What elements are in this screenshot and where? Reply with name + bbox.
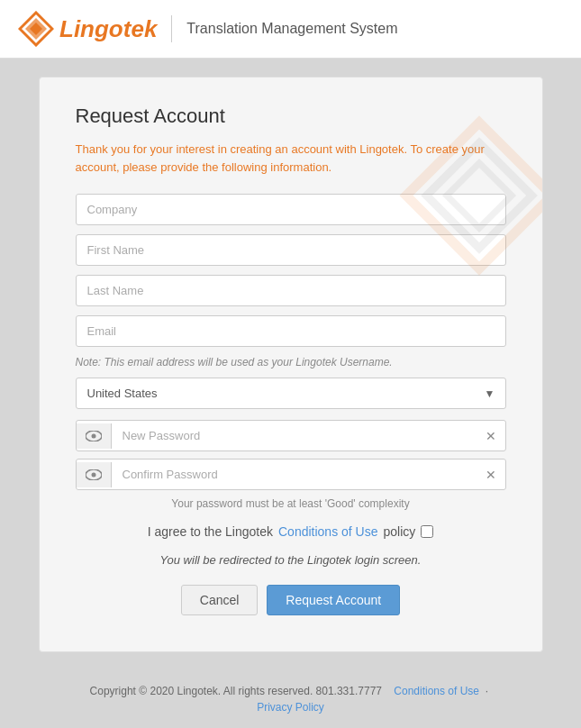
- footer: Copyright © 2020 Lingotek. All rights re…: [0, 670, 581, 728]
- conditions-of-use-link[interactable]: Conditions of Use: [278, 524, 378, 539]
- last-name-input[interactable]: [76, 275, 506, 306]
- confirm-password-wrapper: ✕: [76, 459, 506, 490]
- page-wrapper: Lingotek Translation Management System R…: [0, 0, 581, 728]
- eye-icon: [86, 469, 102, 480]
- eye-icon: [86, 431, 102, 441]
- agree-row: I agree to the Lingotek Conditions of Us…: [76, 524, 506, 539]
- request-account-button[interactable]: Request Account: [267, 585, 400, 615]
- button-row: Cancel Request Account: [76, 585, 506, 615]
- footer-line2: Privacy Policy: [18, 701, 563, 714]
- email-field: [76, 315, 506, 347]
- main-content: Request Account Thank you for your inter…: [0, 59, 581, 670]
- last-name-field: [76, 275, 506, 306]
- form-title: Request Account: [76, 105, 506, 128]
- header-title: Translation Management System: [186, 21, 397, 37]
- redirect-text: You will be redirected to the Lingotek l…: [76, 553, 506, 567]
- new-password-input[interactable]: [112, 421, 477, 450]
- first-name-field: [76, 234, 506, 266]
- copyright-text: Copyright © 2020 Lingotek. All rights re…: [90, 685, 382, 697]
- new-password-clear-button[interactable]: ✕: [477, 422, 505, 450]
- form-card: Request Account Thank you for your inter…: [39, 77, 543, 652]
- email-note: Note: This email address will be used as…: [76, 356, 506, 369]
- cancel-button[interactable]: Cancel: [181, 585, 259, 615]
- footer-conditions-link[interactable]: Conditions of Use: [394, 685, 479, 697]
- header-divider: [171, 15, 172, 42]
- header: Lingotek Translation Management System: [0, 0, 581, 59]
- logo-container: Lingotek: [18, 11, 157, 47]
- confirm-password-eye-button[interactable]: [77, 462, 112, 487]
- footer-privacy-link[interactable]: Privacy Policy: [257, 701, 324, 714]
- new-password-wrapper: ✕: [76, 420, 506, 451]
- svg-point-9: [91, 472, 95, 477]
- form-intro: Thank you for your interest in creating …: [76, 141, 506, 176]
- footer-line1: Copyright © 2020 Lingotek. All rights re…: [18, 685, 563, 697]
- confirm-password-input[interactable]: [112, 460, 477, 489]
- first-name-input[interactable]: [76, 234, 506, 266]
- svg-point-7: [91, 433, 95, 438]
- logo-text: Lingotek: [59, 15, 157, 43]
- logo-icon: [18, 11, 54, 47]
- company-field: [76, 194, 506, 225]
- agree-checkbox[interactable]: [421, 525, 433, 538]
- company-input[interactable]: [76, 194, 506, 225]
- agree-text-after: policy: [384, 524, 416, 539]
- agree-text-before: I agree to the Lingotek: [148, 524, 273, 539]
- country-select[interactable]: United States Canada United Kingdom Aust…: [76, 378, 506, 409]
- new-password-eye-button[interactable]: [77, 423, 112, 449]
- email-input[interactable]: [76, 315, 506, 347]
- password-hint: Your password must be at least 'Good' co…: [76, 497, 506, 510]
- country-select-wrapper: United States Canada United Kingdom Aust…: [76, 378, 506, 409]
- confirm-password-clear-button[interactable]: ✕: [477, 460, 505, 489]
